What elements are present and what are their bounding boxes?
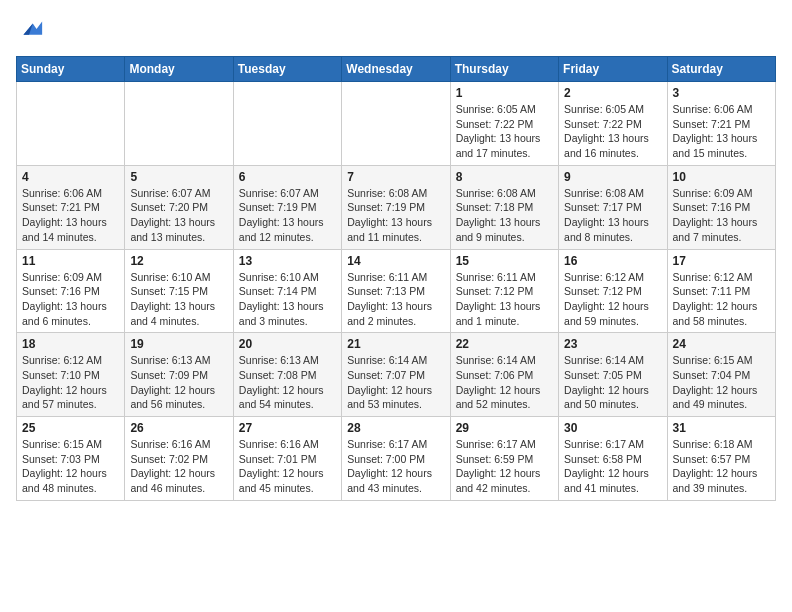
day-number: 5	[130, 170, 227, 184]
day-info: Sunrise: 6:05 AMSunset: 7:22 PMDaylight:…	[564, 102, 661, 161]
calendar-week-3: 11Sunrise: 6:09 AMSunset: 7:16 PMDayligh…	[17, 249, 776, 333]
day-number: 16	[564, 254, 661, 268]
calendar-cell: 14Sunrise: 6:11 AMSunset: 7:13 PMDayligh…	[342, 249, 450, 333]
calendar-cell: 29Sunrise: 6:17 AMSunset: 6:59 PMDayligh…	[450, 417, 558, 501]
day-number: 10	[673, 170, 770, 184]
calendar-cell: 21Sunrise: 6:14 AMSunset: 7:07 PMDayligh…	[342, 333, 450, 417]
day-number: 18	[22, 337, 119, 351]
day-info: Sunrise: 6:15 AMSunset: 7:04 PMDaylight:…	[673, 353, 770, 412]
day-number: 3	[673, 86, 770, 100]
calendar-cell	[233, 82, 341, 166]
calendar-cell: 2Sunrise: 6:05 AMSunset: 7:22 PMDaylight…	[559, 82, 667, 166]
day-number: 23	[564, 337, 661, 351]
calendar-week-1: 1Sunrise: 6:05 AMSunset: 7:22 PMDaylight…	[17, 82, 776, 166]
day-info: Sunrise: 6:16 AMSunset: 7:01 PMDaylight:…	[239, 437, 336, 496]
day-number: 12	[130, 254, 227, 268]
calendar-cell: 7Sunrise: 6:08 AMSunset: 7:19 PMDaylight…	[342, 165, 450, 249]
calendar-cell: 5Sunrise: 6:07 AMSunset: 7:20 PMDaylight…	[125, 165, 233, 249]
day-number: 2	[564, 86, 661, 100]
day-number: 31	[673, 421, 770, 435]
day-number: 28	[347, 421, 444, 435]
day-number: 19	[130, 337, 227, 351]
logo-icon	[16, 16, 44, 44]
weekday-header-tuesday: Tuesday	[233, 57, 341, 82]
day-number: 7	[347, 170, 444, 184]
calendar-cell: 17Sunrise: 6:12 AMSunset: 7:11 PMDayligh…	[667, 249, 775, 333]
day-info: Sunrise: 6:17 AMSunset: 6:58 PMDaylight:…	[564, 437, 661, 496]
calendar-cell: 9Sunrise: 6:08 AMSunset: 7:17 PMDaylight…	[559, 165, 667, 249]
day-number: 6	[239, 170, 336, 184]
day-number: 27	[239, 421, 336, 435]
day-info: Sunrise: 6:07 AMSunset: 7:20 PMDaylight:…	[130, 186, 227, 245]
calendar-cell: 30Sunrise: 6:17 AMSunset: 6:58 PMDayligh…	[559, 417, 667, 501]
calendar-cell: 1Sunrise: 6:05 AMSunset: 7:22 PMDaylight…	[450, 82, 558, 166]
day-info: Sunrise: 6:14 AMSunset: 7:06 PMDaylight:…	[456, 353, 553, 412]
day-info: Sunrise: 6:16 AMSunset: 7:02 PMDaylight:…	[130, 437, 227, 496]
page-header	[16, 16, 776, 44]
day-info: Sunrise: 6:17 AMSunset: 7:00 PMDaylight:…	[347, 437, 444, 496]
day-number: 30	[564, 421, 661, 435]
day-number: 11	[22, 254, 119, 268]
calendar-cell: 16Sunrise: 6:12 AMSunset: 7:12 PMDayligh…	[559, 249, 667, 333]
day-number: 26	[130, 421, 227, 435]
day-info: Sunrise: 6:07 AMSunset: 7:19 PMDaylight:…	[239, 186, 336, 245]
day-info: Sunrise: 6:08 AMSunset: 7:19 PMDaylight:…	[347, 186, 444, 245]
day-number: 24	[673, 337, 770, 351]
calendar-cell: 24Sunrise: 6:15 AMSunset: 7:04 PMDayligh…	[667, 333, 775, 417]
weekday-header-saturday: Saturday	[667, 57, 775, 82]
calendar-cell: 23Sunrise: 6:14 AMSunset: 7:05 PMDayligh…	[559, 333, 667, 417]
day-info: Sunrise: 6:14 AMSunset: 7:07 PMDaylight:…	[347, 353, 444, 412]
calendar-week-2: 4Sunrise: 6:06 AMSunset: 7:21 PMDaylight…	[17, 165, 776, 249]
day-number: 13	[239, 254, 336, 268]
calendar-cell: 25Sunrise: 6:15 AMSunset: 7:03 PMDayligh…	[17, 417, 125, 501]
day-number: 17	[673, 254, 770, 268]
calendar-cell: 20Sunrise: 6:13 AMSunset: 7:08 PMDayligh…	[233, 333, 341, 417]
day-info: Sunrise: 6:12 AMSunset: 7:10 PMDaylight:…	[22, 353, 119, 412]
calendar-cell: 12Sunrise: 6:10 AMSunset: 7:15 PMDayligh…	[125, 249, 233, 333]
calendar-cell: 15Sunrise: 6:11 AMSunset: 7:12 PMDayligh…	[450, 249, 558, 333]
day-info: Sunrise: 6:13 AMSunset: 7:08 PMDaylight:…	[239, 353, 336, 412]
day-info: Sunrise: 6:05 AMSunset: 7:22 PMDaylight:…	[456, 102, 553, 161]
day-number: 25	[22, 421, 119, 435]
calendar-cell: 10Sunrise: 6:09 AMSunset: 7:16 PMDayligh…	[667, 165, 775, 249]
weekday-header-monday: Monday	[125, 57, 233, 82]
day-number: 4	[22, 170, 119, 184]
day-info: Sunrise: 6:08 AMSunset: 7:18 PMDaylight:…	[456, 186, 553, 245]
day-number: 20	[239, 337, 336, 351]
calendar-week-4: 18Sunrise: 6:12 AMSunset: 7:10 PMDayligh…	[17, 333, 776, 417]
day-info: Sunrise: 6:06 AMSunset: 7:21 PMDaylight:…	[673, 102, 770, 161]
day-info: Sunrise: 6:08 AMSunset: 7:17 PMDaylight:…	[564, 186, 661, 245]
weekday-header-thursday: Thursday	[450, 57, 558, 82]
day-info: Sunrise: 6:10 AMSunset: 7:14 PMDaylight:…	[239, 270, 336, 329]
weekday-header-friday: Friday	[559, 57, 667, 82]
day-info: Sunrise: 6:09 AMSunset: 7:16 PMDaylight:…	[22, 270, 119, 329]
day-info: Sunrise: 6:18 AMSunset: 6:57 PMDaylight:…	[673, 437, 770, 496]
day-number: 8	[456, 170, 553, 184]
calendar-cell: 6Sunrise: 6:07 AMSunset: 7:19 PMDaylight…	[233, 165, 341, 249]
day-info: Sunrise: 6:06 AMSunset: 7:21 PMDaylight:…	[22, 186, 119, 245]
calendar-cell: 3Sunrise: 6:06 AMSunset: 7:21 PMDaylight…	[667, 82, 775, 166]
weekday-header-wednesday: Wednesday	[342, 57, 450, 82]
day-number: 21	[347, 337, 444, 351]
calendar-cell: 18Sunrise: 6:12 AMSunset: 7:10 PMDayligh…	[17, 333, 125, 417]
day-info: Sunrise: 6:13 AMSunset: 7:09 PMDaylight:…	[130, 353, 227, 412]
day-info: Sunrise: 6:11 AMSunset: 7:12 PMDaylight:…	[456, 270, 553, 329]
weekday-header-sunday: Sunday	[17, 57, 125, 82]
calendar-cell: 31Sunrise: 6:18 AMSunset: 6:57 PMDayligh…	[667, 417, 775, 501]
day-info: Sunrise: 6:12 AMSunset: 7:12 PMDaylight:…	[564, 270, 661, 329]
day-info: Sunrise: 6:10 AMSunset: 7:15 PMDaylight:…	[130, 270, 227, 329]
calendar-cell: 27Sunrise: 6:16 AMSunset: 7:01 PMDayligh…	[233, 417, 341, 501]
calendar-table: SundayMondayTuesdayWednesdayThursdayFrid…	[16, 56, 776, 501]
calendar-cell: 28Sunrise: 6:17 AMSunset: 7:00 PMDayligh…	[342, 417, 450, 501]
calendar-cell: 4Sunrise: 6:06 AMSunset: 7:21 PMDaylight…	[17, 165, 125, 249]
calendar-cell: 26Sunrise: 6:16 AMSunset: 7:02 PMDayligh…	[125, 417, 233, 501]
calendar-cell	[125, 82, 233, 166]
day-info: Sunrise: 6:17 AMSunset: 6:59 PMDaylight:…	[456, 437, 553, 496]
calendar-cell: 11Sunrise: 6:09 AMSunset: 7:16 PMDayligh…	[17, 249, 125, 333]
calendar-week-5: 25Sunrise: 6:15 AMSunset: 7:03 PMDayligh…	[17, 417, 776, 501]
day-info: Sunrise: 6:14 AMSunset: 7:05 PMDaylight:…	[564, 353, 661, 412]
day-number: 15	[456, 254, 553, 268]
day-number: 29	[456, 421, 553, 435]
day-number: 14	[347, 254, 444, 268]
day-number: 22	[456, 337, 553, 351]
